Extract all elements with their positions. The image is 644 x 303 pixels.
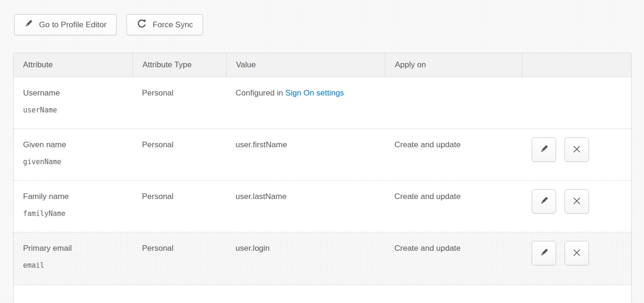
pencil-icon <box>24 19 33 31</box>
attribute-mappings-table: Attribute Attribute Type Value Apply on … <box>13 53 632 303</box>
pencil-icon <box>539 247 549 259</box>
close-x-icon <box>572 248 581 259</box>
attribute-variable: userName <box>23 106 128 115</box>
delete-attribute-button[interactable] <box>565 189 589 214</box>
delete-attribute-button[interactable] <box>565 241 589 265</box>
close-x-icon <box>572 196 581 207</box>
sign-on-settings-link[interactable]: Sign On settings <box>285 88 344 97</box>
table-row-family-name: Family name familyName Personal user.las… <box>14 181 631 232</box>
pencil-icon <box>539 196 549 207</box>
force-sync-button[interactable]: Force Sync <box>126 14 203 35</box>
toolbar: Go to Profile Editor Force Sync <box>14 14 203 35</box>
edit-attribute-button[interactable] <box>532 241 556 265</box>
attribute-variable: givenName <box>23 158 128 167</box>
go-to-profile-editor-label: Go to Profile Editor <box>39 20 107 30</box>
delete-attribute-button[interactable] <box>565 137 589 162</box>
force-sync-label: Force Sync <box>153 20 193 30</box>
table-row-partial <box>14 285 631 303</box>
attribute-variable: email <box>23 261 128 270</box>
table-header-row: Attribute Attribute Type Value Apply on <box>14 53 631 77</box>
table-row-username: Username userName Personal Configured in… <box>14 77 631 129</box>
go-to-profile-editor-button[interactable]: Go to Profile Editor <box>14 14 117 35</box>
attribute-label: Family name <box>23 191 128 201</box>
value-text: user.login <box>226 232 385 285</box>
apply-on-value <box>385 77 522 128</box>
apply-on-value: Create and update <box>385 232 522 285</box>
apply-on-value: Create and update <box>385 181 522 232</box>
attribute-type: Personal <box>133 129 226 180</box>
edit-attribute-button[interactable] <box>532 137 556 162</box>
close-x-icon <box>572 144 581 155</box>
attribute-variable: familyName <box>23 209 128 218</box>
attribute-label: Username <box>23 88 128 98</box>
edit-attribute-button[interactable] <box>532 189 556 214</box>
attribute-label: Primary email <box>23 243 128 253</box>
attribute-type: Personal <box>133 77 226 128</box>
attribute-type: Personal <box>133 181 226 232</box>
value-text: user.firstName <box>226 129 385 180</box>
column-header-value: Value <box>226 53 385 77</box>
attribute-label: Given name <box>23 140 128 150</box>
pencil-icon <box>539 144 549 155</box>
attribute-type: Personal <box>133 232 226 285</box>
table-row-given-name: Given name givenName Personal user.first… <box>14 129 631 181</box>
apply-on-value: Create and update <box>385 129 522 180</box>
value-text: user.lastName <box>226 181 385 232</box>
table-row-primary-email: Primary email email Personal user.login … <box>14 232 631 285</box>
column-header-attribute: Attribute <box>14 53 133 77</box>
value-text: Configured in <box>236 88 283 97</box>
column-header-apply-on: Apply on <box>385 53 522 77</box>
column-header-actions <box>522 53 631 77</box>
column-header-attribute-type: Attribute Type <box>133 53 226 77</box>
refresh-icon <box>136 18 147 32</box>
